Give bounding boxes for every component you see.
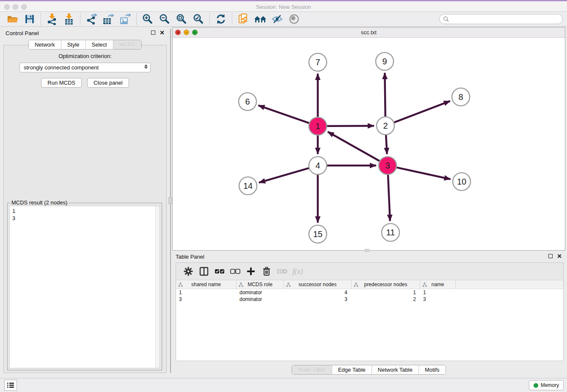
edge-2-3[interactable]: [386, 135, 387, 154]
export-network-icon: [85, 13, 97, 25]
graph-node-14[interactable]: 14: [239, 177, 257, 195]
mcds-result-list[interactable]: 1 3: [9, 206, 160, 368]
table-cell[interactable]: dominator: [237, 296, 284, 303]
open-file-button[interactable]: [4, 13, 21, 25]
zoom-out-button[interactable]: [156, 13, 173, 25]
network-window-titlebar[interactable]: ✕ − + scc.txt: [173, 28, 565, 38]
edge-1-6[interactable]: [258, 105, 309, 123]
select-all-button[interactable]: [212, 265, 227, 278]
edge-1-2[interactable]: [327, 126, 374, 126]
close-table-panel-icon[interactable]: ✕: [557, 254, 562, 258]
graph-node-2[interactable]: 2: [377, 117, 394, 135]
graph-node-15[interactable]: 15: [309, 225, 327, 243]
zoom-in-button[interactable]: [139, 13, 156, 25]
open-file-icon: [7, 14, 19, 24]
settings-gear-button[interactable]: [180, 265, 196, 278]
column-header-name[interactable]: name: [420, 280, 456, 289]
table-cell[interactable]: 4: [284, 289, 352, 296]
export-network-button[interactable]: [83, 13, 100, 25]
save-session-button[interactable]: [21, 13, 38, 25]
float-panel-icon[interactable]: [151, 30, 155, 35]
copy-view-button[interactable]: [235, 13, 252, 25]
graph-node-11[interactable]: 11: [382, 224, 399, 241]
node-label: 3: [385, 161, 390, 170]
export-table-button[interactable]: [100, 13, 117, 25]
delete-column-button[interactable]: [259, 265, 274, 278]
optimization-dropdown[interactable]: strongly connected component: [19, 63, 151, 72]
table-cell[interactable]: 1: [176, 289, 237, 296]
table-row[interactable]: 3dominator323: [176, 296, 563, 303]
table-cell[interactable]: 1: [420, 289, 456, 296]
table-cell[interactable]: 3: [420, 296, 456, 303]
add-column-button[interactable]: [243, 265, 259, 278]
first-neighbors-button[interactable]: [252, 13, 269, 25]
edge-4-14[interactable]: [259, 168, 309, 182]
edge-3-1[interactable]: [328, 132, 380, 161]
network-maximize-icon[interactable]: +: [192, 30, 198, 35]
table-row[interactable]: 1dominator411: [176, 289, 563, 296]
network-table-splitter-handle[interactable]: [365, 249, 369, 252]
column-header-shared-name[interactable]: shared name: [176, 280, 237, 289]
show-all-icon: [288, 14, 300, 25]
tab-select[interactable]: Select: [85, 40, 113, 49]
function-builder-button[interactable]: f(x): [290, 265, 306, 278]
search-input[interactable]: [451, 16, 559, 22]
split-view-button[interactable]: [196, 265, 212, 278]
panel-splitter-handle[interactable]: [168, 197, 172, 204]
node-label: 4: [315, 161, 320, 170]
zoom-fit-button[interactable]: [173, 13, 190, 25]
graph-node-4[interactable]: 4: [309, 157, 327, 174]
tab-node-table[interactable]: Node Table: [292, 365, 332, 374]
network-minimize-icon[interactable]: −: [184, 30, 189, 35]
tab-network-table[interactable]: Network Table: [372, 365, 418, 374]
table-cell[interactable]: 1: [352, 289, 420, 296]
graph-node-3[interactable]: 3: [379, 157, 396, 174]
search-field[interactable]: [439, 14, 563, 24]
save-session-icon: [25, 14, 35, 24]
graph-node-8[interactable]: 8: [452, 88, 470, 106]
edge-3-11[interactable]: [388, 175, 390, 221]
table-cell[interactable]: 3: [176, 296, 237, 303]
tab-edge-table[interactable]: Edge Table: [332, 365, 372, 374]
run-mcds-button[interactable]: Run MCDS: [41, 78, 82, 88]
graph-node-9[interactable]: 9: [376, 52, 394, 70]
first-neighbors-icon: [253, 14, 267, 24]
edge-3-10[interactable]: [396, 168, 450, 179]
show-panels-button[interactable]: [4, 380, 17, 391]
column-header-MCDS-role[interactable]: MCDS role: [237, 280, 284, 289]
edge-2-8[interactable]: [394, 101, 450, 123]
table-body: 1dominator4113dominator323: [176, 289, 563, 303]
delete-table-button[interactable]: [274, 265, 290, 278]
result-scrollbar[interactable]: [155, 206, 160, 368]
column-header-predecessor-nodes[interactable]: predecessor nodes: [352, 280, 420, 289]
graph-node-7[interactable]: 7: [309, 53, 327, 71]
network-close-icon[interactable]: ✕: [175, 30, 181, 35]
memory-button[interactable]: Memory: [529, 380, 564, 390]
hide-selected-button[interactable]: [269, 13, 286, 25]
edge-2-9[interactable]: [385, 73, 385, 116]
tab-network[interactable]: Network: [29, 40, 61, 49]
close-panel-button[interactable]: Close panel: [87, 78, 129, 88]
tab-style[interactable]: Style: [61, 40, 85, 49]
table-cell[interactable]: 3: [284, 296, 352, 303]
tab-mcds[interactable]: MCDS: [113, 40, 141, 49]
network-canvas[interactable]: 1234678910111415: [173, 38, 565, 250]
table-cell[interactable]: 2: [352, 296, 420, 303]
zoom-selected-button[interactable]: [190, 13, 207, 25]
column-header-successor-nodes[interactable]: successor nodes: [284, 280, 352, 289]
graph-node-6[interactable]: 6: [239, 93, 256, 110]
import-network-button[interactable]: [44, 13, 61, 25]
graph-node-10[interactable]: 10: [453, 173, 471, 190]
show-all-button[interactable]: [286, 13, 303, 25]
float-table-panel-icon[interactable]: [548, 254, 553, 258]
network-view-window: ✕ − + scc.txt 1234678910111415: [172, 27, 565, 251]
refresh-button[interactable]: [212, 13, 229, 25]
import-table-button[interactable]: [61, 13, 77, 25]
close-panel-icon[interactable]: ✕: [160, 30, 165, 35]
tab-motifs[interactable]: Motifs: [418, 365, 446, 374]
export-image-button[interactable]: [117, 13, 134, 25]
table-cell[interactable]: dominator: [237, 289, 284, 296]
deselect-all-button[interactable]: [227, 265, 243, 278]
graph-node-1[interactable]: 1: [309, 117, 327, 135]
table-toolbar: f(x): [176, 263, 563, 280]
